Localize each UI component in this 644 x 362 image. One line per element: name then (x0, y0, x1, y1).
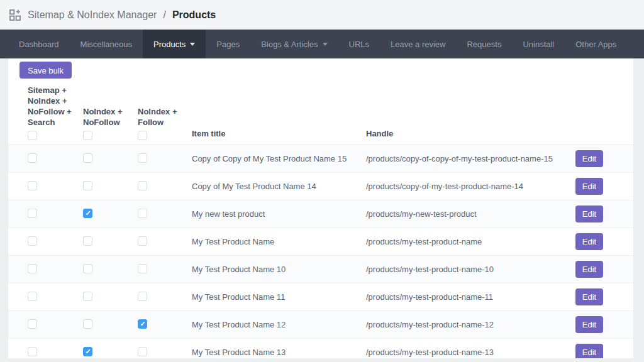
edit-button[interactable]: Edit (575, 233, 603, 250)
noindex-follow-checkbox[interactable] (138, 209, 147, 218)
nav-item-urls[interactable]: URLs (338, 30, 380, 58)
item-title: My Test Product Name 13 (192, 348, 366, 357)
nav-item-blogs-articles[interactable]: Blogs & Articles (250, 30, 338, 58)
item-title: My Test Product Name 11 (192, 292, 366, 302)
item-title: Copy of Copy of My Test Product Name 15 (192, 154, 366, 163)
nav-label: Other Apps (575, 40, 616, 49)
main-nav: Dashboard Miscellaneous Products Pages B… (0, 30, 644, 58)
column-header-noindex-follow: NoIndex + Follow (138, 106, 192, 145)
noindex-nofollow-checkbox[interactable] (83, 236, 92, 246)
sitemap-noindex-nofollow-search-checkbox[interactable] (28, 347, 37, 356)
item-handle: /products/my-test-product-name-13 (366, 348, 575, 357)
table-body: Copy of Copy of My Test Product Name 15 … (8, 145, 633, 358)
nav-item-uninstall[interactable]: Uninstall (512, 30, 565, 58)
column-header-label: NoIndex + NoFollow (83, 106, 138, 128)
nav-item-requests[interactable]: Requests (456, 30, 512, 58)
breadcrumb-bar: Sitemap & NoIndex Manager / Products (0, 0, 644, 30)
sitemap-noindex-nofollow-search-checkbox[interactable] (28, 209, 37, 218)
noindex-follow-checkbox[interactable] (138, 347, 147, 356)
edit-button[interactable]: Edit (575, 344, 603, 358)
noindex-nofollow-checkbox[interactable] (83, 264, 92, 273)
item-title: Copy of My Test Product Name 14 (192, 182, 366, 191)
table-header: Sitemap + NoIndex + NoFollow + Search No… (8, 85, 633, 145)
apps-plus-icon (9, 9, 21, 21)
nav-item-other-apps[interactable]: Other Apps (565, 30, 627, 58)
nav-item-leave-a-review[interactable]: Leave a review (380, 30, 456, 58)
edit-button[interactable]: Edit (575, 206, 603, 222)
edit-button[interactable]: Edit (575, 178, 603, 195)
nav-item-pages[interactable]: Pages (206, 30, 250, 58)
table-row: My Test Product Name 12 /products/my-tes… (8, 311, 633, 339)
nav-label: Products (153, 40, 186, 49)
noindex-nofollow-checkbox[interactable] (83, 153, 92, 163)
noindex-follow-checkbox[interactable] (138, 319, 147, 329)
nav-item-miscellaneous[interactable]: Miscellaneous (70, 30, 143, 58)
nav-label: Pages (216, 40, 240, 49)
table-row: My Test Product Name 11 /products/my-tes… (8, 283, 633, 311)
item-handle: /products/my-test-product-name-11 (366, 292, 575, 302)
item-title: My Test Product Name 10 (192, 265, 366, 274)
chevron-down-icon (323, 43, 328, 46)
nav-label: Requests (467, 40, 501, 49)
table-row: Copy of Copy of My Test Product Name 15 … (8, 145, 633, 173)
noindex-nofollow-checkbox[interactable] (83, 209, 92, 218)
sitemap-noindex-nofollow-search-checkbox[interactable] (28, 264, 37, 273)
select-all-noindex-nofollow-checkbox[interactable] (83, 131, 92, 140)
sitemap-noindex-nofollow-search-checkbox[interactable] (28, 292, 37, 301)
sitemap-noindex-nofollow-search-checkbox[interactable] (28, 181, 37, 190)
nav-label: Leave a review (391, 40, 445, 49)
item-handle: /products/copy-of-my-test-product-name-1… (366, 182, 575, 191)
sitemap-noindex-nofollow-search-checkbox[interactable] (28, 153, 37, 163)
column-header-item-title: Item title (192, 128, 366, 145)
noindex-nofollow-checkbox[interactable] (83, 347, 92, 356)
item-handle: /products/copy-of-copy-of-my-test-produc… (366, 154, 575, 163)
noindex-follow-checkbox[interactable] (138, 292, 147, 301)
column-header-label: NoIndex + Follow (138, 106, 192, 128)
item-handle: /products/my-test-product-name (366, 237, 575, 246)
noindex-follow-checkbox[interactable] (138, 236, 147, 246)
app-title[interactable]: Sitemap & NoIndex Manager (28, 9, 157, 21)
nav-item-products[interactable]: Products (143, 30, 206, 58)
nav-label: Miscellaneous (80, 40, 132, 49)
table-row: My Test Product Name /products/my-test-p… (8, 228, 633, 256)
item-handle: /products/my-test-product-name-10 (366, 265, 575, 274)
column-header-label: Sitemap + NoIndex + NoFollow + Search (28, 85, 83, 128)
item-title: My new test product (192, 209, 366, 219)
nav-label: Dashboard (19, 40, 59, 49)
item-handle: /products/my-new-test-product (366, 209, 575, 219)
select-all-sitemap-noindex-nofollow-search-checkbox[interactable] (28, 131, 37, 140)
breadcrumb-separator: / (163, 9, 165, 21)
sitemap-noindex-nofollow-search-checkbox[interactable] (28, 236, 37, 246)
nav-item-dashboard[interactable]: Dashboard (8, 30, 70, 58)
bulk-toolbar: Save bulk (8, 58, 633, 79)
select-all-noindex-follow-checkbox[interactable] (138, 131, 147, 140)
products-panel: Save bulk Sitemap + NoIndex + NoFollow +… (8, 58, 633, 358)
noindex-nofollow-checkbox[interactable] (83, 319, 92, 329)
column-header-handle: Handle (366, 128, 575, 145)
noindex-follow-checkbox[interactable] (138, 264, 147, 273)
noindex-nofollow-checkbox[interactable] (83, 292, 92, 301)
edit-button[interactable]: Edit (575, 261, 603, 278)
edit-button[interactable]: Edit (575, 316, 603, 333)
nav-label: Blogs & Articles (261, 40, 318, 49)
noindex-follow-checkbox[interactable] (138, 181, 147, 190)
noindex-follow-checkbox[interactable] (138, 153, 147, 163)
edit-button[interactable]: Edit (575, 150, 603, 167)
chevron-down-icon (190, 43, 195, 46)
table-row: Copy of My Test Product Name 14 /product… (8, 173, 633, 200)
column-header-sitemap-noindex-nofollow-search: Sitemap + NoIndex + NoFollow + Search (28, 85, 83, 145)
sitemap-noindex-nofollow-search-checkbox[interactable] (28, 319, 37, 329)
nav-label: URLs (349, 40, 370, 49)
item-title: My Test Product Name (192, 237, 366, 246)
column-header-noindex-nofollow: NoIndex + NoFollow (83, 106, 138, 145)
page-title: Products (172, 9, 216, 21)
table-row: My new test product /products/my-new-tes… (8, 200, 633, 228)
save-bulk-button[interactable]: Save bulk (19, 62, 72, 79)
table-row: My Test Product Name 10 /products/my-tes… (8, 256, 633, 283)
edit-button[interactable]: Edit (575, 288, 603, 305)
item-handle: /products/my-test-product-name-12 (366, 320, 575, 329)
item-title: My Test Product Name 12 (192, 320, 366, 329)
table-row: My Test Product Name 13 /products/my-tes… (8, 339, 633, 358)
nav-label: Uninstall (523, 40, 554, 49)
noindex-nofollow-checkbox[interactable] (83, 181, 92, 190)
